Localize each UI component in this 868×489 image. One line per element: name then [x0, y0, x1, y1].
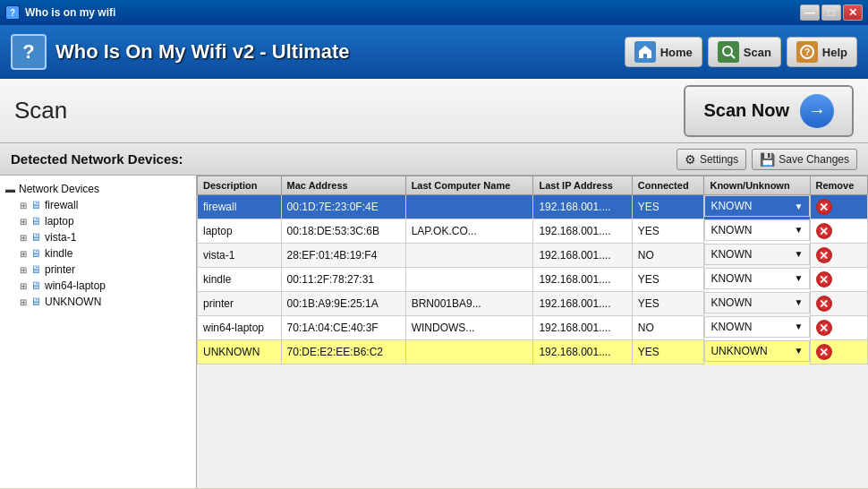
remove-button[interactable]: ✕	[816, 199, 832, 215]
tree-item-kindle[interactable]: ⊞ 🖥 kindle	[20, 245, 191, 262]
tree-expand-icon: ⊞	[20, 201, 27, 210]
cell-known[interactable]: KNOWN▼	[704, 244, 809, 265]
cell-ip: 192.168.001....	[533, 316, 632, 340]
cell-description: UNKNOWN	[198, 340, 282, 365]
remove-button[interactable]: ✕	[816, 223, 832, 239]
tree-item-label: printer	[45, 263, 75, 276]
table-header-row: Description Mac Address Last Computer Na…	[198, 176, 868, 195]
known-dropdown-arrow[interactable]: ▼	[795, 346, 804, 356]
scan-now-label: Scan Now	[703, 100, 789, 121]
tree-expand-icon: ⊞	[20, 217, 27, 227]
cell-connected: YES	[632, 219, 704, 244]
settings-label: Settings	[700, 153, 738, 166]
window-title: Who is on my wifi	[25, 6, 115, 19]
home-icon	[634, 41, 656, 63]
svg-text:?: ?	[804, 47, 810, 57]
cell-computer-name: LAP.OK.CO...	[405, 219, 533, 244]
known-dropdown-arrow[interactable]: ▼	[795, 297, 804, 307]
tree-children: ⊞ 🖥 firewall ⊞ 🖥 laptop ⊞ 🖥 vista-1 ⊞ 🖥 …	[20, 197, 191, 310]
cell-computer-name	[405, 268, 533, 292]
table-row[interactable]: vista-128:EF:01:4B:19:F4192.168.001....N…	[198, 244, 868, 268]
app-logo: ?	[11, 34, 47, 70]
home-nav-button[interactable]: Home	[625, 37, 702, 67]
help-icon: ?	[796, 41, 818, 63]
cell-mac: 00:1D:7E:23:0F:4E	[281, 195, 405, 219]
cell-description: laptop	[198, 219, 282, 244]
remove-button[interactable]: ✕	[816, 296, 832, 312]
table-row[interactable]: laptop00:18:DE:53:3C:6BLAP.OK.CO...192.1…	[198, 219, 868, 244]
remove-button[interactable]: ✕	[816, 247, 832, 263]
cell-connected: YES	[632, 292, 704, 316]
tree-item-laptop[interactable]: ⊞ 🖥 laptop	[20, 213, 191, 229]
cell-remove: ✕	[810, 195, 868, 219]
tree-node-icon: 🖥	[30, 199, 41, 211]
cell-mac: 00:11:2F:78:27:31	[281, 268, 405, 292]
tree-item-label: firewall	[45, 199, 78, 211]
tree-node-icon: 🖥	[30, 279, 41, 292]
maximize-button[interactable]: □	[821, 4, 841, 21]
cell-computer-name	[405, 340, 533, 365]
scan-icon	[718, 41, 739, 63]
tree-node-icon: 🖥	[30, 263, 41, 276]
table-row[interactable]: win64-laptop70:1A:04:CE:40:3FWINDOWS...1…	[198, 316, 868, 340]
known-value: KNOWN	[711, 296, 794, 309]
table-row[interactable]: firewall00:1D:7E:23:0F:4E192.168.001....…	[198, 195, 868, 219]
cell-known[interactable]: KNOWN▼	[704, 292, 809, 313]
close-button[interactable]: ✕	[843, 4, 863, 21]
tree-item-vista1[interactable]: ⊞ 🖥 vista-1	[20, 229, 191, 245]
cell-known[interactable]: KNOWN▼	[704, 219, 809, 241]
known-value: KNOWN	[711, 200, 794, 212]
remove-button[interactable]: ✕	[816, 271, 832, 287]
tree-item-printer[interactable]: ⊞ 🖥 printer	[20, 262, 191, 278]
scan-nav-button[interactable]: Scan	[708, 37, 781, 67]
svg-line-1	[731, 55, 735, 58]
devices-title: Detected Network Devices:	[11, 151, 183, 167]
devices-table: Description Mac Address Last Computer Na…	[197, 176, 868, 365]
cell-known[interactable]: KNOWN▼	[704, 268, 809, 289]
devices-header: Detected Network Devices: ⚙ Settings 💾 S…	[0, 143, 868, 176]
cell-computer-name: WINDOWS...	[405, 316, 533, 340]
cell-ip: 192.168.001....	[533, 340, 632, 365]
scan-nav-label: Scan	[744, 46, 771, 59]
cell-mac: 00:1B:A9:9E:25:1A	[281, 292, 405, 316]
settings-button[interactable]: ⚙ Settings	[677, 149, 746, 170]
tree-item-win64laptop[interactable]: ⊞ 🖥 win64-laptop	[20, 278, 191, 294]
cell-ip: 192.168.001....	[533, 219, 632, 244]
cell-remove: ✕	[810, 292, 868, 316]
minimize-button[interactable]: —	[800, 4, 820, 21]
cell-known[interactable]: KNOWN▼	[704, 316, 809, 338]
known-dropdown-arrow[interactable]: ▼	[795, 249, 804, 259]
cell-description: kindle	[198, 268, 282, 292]
app-icon-small: ?	[5, 5, 20, 20]
remove-button[interactable]: ✕	[816, 320, 832, 336]
cell-known[interactable]: KNOWN▼	[704, 195, 809, 217]
scan-now-button[interactable]: Scan Now →	[684, 85, 854, 137]
table-row[interactable]: kindle00:11:2F:78:27:31192.168.001....YE…	[198, 268, 868, 292]
tree-item-firewall[interactable]: ⊞ 🖥 firewall	[20, 197, 191, 213]
cell-connected: YES	[632, 340, 704, 365]
known-value: KNOWN	[711, 248, 794, 261]
tree-node-icon: 🖥	[30, 215, 41, 227]
save-changes-button[interactable]: 💾 Save Changes	[752, 149, 857, 170]
table-row[interactable]: UNKNOWN70:DE:E2:EE:B6:C2192.168.001....Y…	[198, 340, 868, 365]
known-dropdown-arrow[interactable]: ▼	[795, 225, 804, 235]
known-dropdown-arrow[interactable]: ▼	[795, 322, 804, 331]
cell-known[interactable]: UNKNOWN▼	[704, 340, 809, 362]
tree-root[interactable]: ▬ Network Devices	[5, 181, 191, 197]
svg-point-0	[723, 47, 732, 56]
main-content: ▬ Network Devices ⊞ 🖥 firewall ⊞ 🖥 lapto…	[0, 176, 868, 488]
title-bar: ? Who is on my wifi — □ ✕	[0, 0, 868, 25]
known-dropdown-arrow[interactable]: ▼	[795, 273, 804, 283]
save-changes-label: Save Changes	[779, 153, 849, 166]
known-dropdown-arrow[interactable]: ▼	[795, 202, 804, 211]
table-row[interactable]: printer00:1B:A9:9E:25:1ABRN001BA9...192.…	[198, 292, 868, 316]
scan-section: Scan Scan Now →	[0, 79, 868, 143]
cell-remove: ✕	[810, 244, 868, 268]
tree-item-unknown[interactable]: ⊞ 🖥 UNKNOWN	[20, 294, 191, 310]
cell-description: win64-laptop	[198, 316, 282, 340]
cell-connected: NO	[632, 316, 704, 340]
remove-button[interactable]: ✕	[816, 344, 832, 360]
known-value: KNOWN	[711, 224, 794, 236]
help-nav-button[interactable]: ? Help	[787, 37, 857, 67]
tree-panel: ▬ Network Devices ⊞ 🖥 firewall ⊞ 🖥 lapto…	[0, 176, 197, 488]
